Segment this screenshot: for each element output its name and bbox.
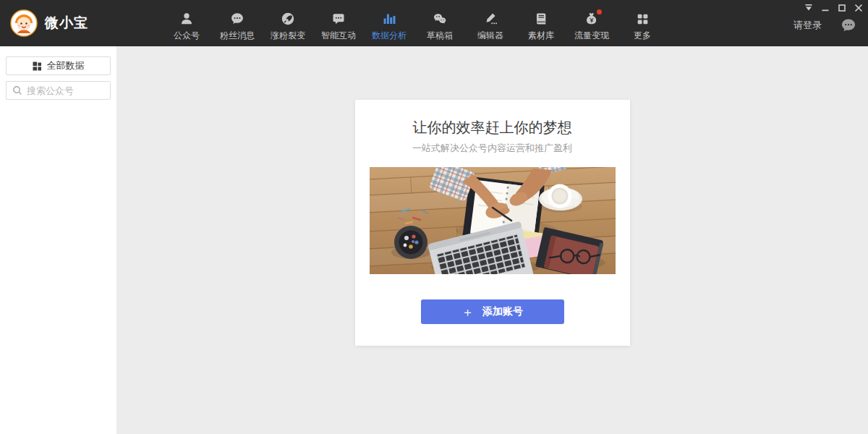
- maximize-icon[interactable]: [837, 3, 847, 13]
- login-link[interactable]: 请登录: [793, 19, 822, 32]
- window-controls: [804, 3, 864, 13]
- all-data-button[interactable]: 全部数据: [6, 56, 111, 75]
- welcome-card: 让你的效率赶上你的梦想 一站式解决公众号内容运营和推广盈利: [355, 100, 630, 346]
- nav-item-material-library[interactable]: 素材库: [521, 4, 561, 42]
- topbar-right: 请登录: [793, 17, 868, 33]
- main-area: 让你的效率赶上你的梦想 一站式解决公众号内容运营和推广盈利: [116, 46, 868, 434]
- nav-item-editor[interactable]: 编辑器: [470, 4, 511, 42]
- rocket-icon: [281, 11, 295, 27]
- plus-icon: ＋: [461, 306, 474, 318]
- nav-item-official-accounts[interactable]: 公众号: [166, 4, 207, 42]
- bar-chart-icon: [382, 11, 396, 27]
- sidebar: 全部数据: [0, 46, 116, 434]
- chat-dots-icon: [230, 11, 244, 27]
- search-box: [6, 81, 111, 100]
- mascot-logo-icon: [10, 9, 38, 37]
- card-title: 让你的效率赶上你的梦想: [355, 100, 630, 136]
- nav-item-monetization[interactable]: 流量变现: [571, 4, 612, 42]
- money-bag-icon: [584, 11, 599, 27]
- add-account-button[interactable]: ＋ 添加账号: [421, 299, 564, 324]
- minimize-icon[interactable]: [820, 3, 830, 13]
- nav-item-more[interactable]: 更多: [622, 4, 663, 42]
- smart-chat-icon: [331, 11, 346, 27]
- main-nav: 公众号 粉丝消息: [166, 4, 663, 42]
- nav-item-fan-messages[interactable]: 粉丝消息: [217, 4, 258, 42]
- nav-item-data-analysis[interactable]: 数据分析: [369, 4, 409, 42]
- user-icon: [179, 11, 194, 27]
- desk-photo: [370, 167, 616, 274]
- add-account-label: 添加账号: [482, 305, 523, 318]
- grid-small-icon: [33, 61, 42, 71]
- nav-item-drafts[interactable]: 草稿箱: [420, 4, 460, 42]
- all-data-label: 全部数据: [47, 59, 85, 72]
- card-subtitle: 一站式解决公众号内容运营和推广盈利: [355, 142, 630, 155]
- feedback-chat-icon[interactable]: [841, 17, 856, 33]
- search-input[interactable]: [27, 85, 104, 96]
- topbar: 微小宝 公众号: [0, 0, 868, 46]
- hide-window-icon[interactable]: [804, 3, 814, 13]
- library-icon: [534, 11, 548, 27]
- pencil-icon: [483, 11, 498, 27]
- app-title: 微小宝: [45, 14, 88, 33]
- nav-item-fan-growth[interactable]: 涨粉裂变: [268, 4, 308, 42]
- search-icon: [12, 85, 22, 95]
- app-logo: 微小宝: [0, 9, 88, 37]
- nav-item-smart-interaction[interactable]: 智能互动: [318, 4, 359, 42]
- wechat-icon: [433, 11, 447, 27]
- notification-badge: [597, 9, 602, 14]
- close-icon[interactable]: [854, 3, 864, 13]
- grid-icon: [636, 11, 650, 27]
